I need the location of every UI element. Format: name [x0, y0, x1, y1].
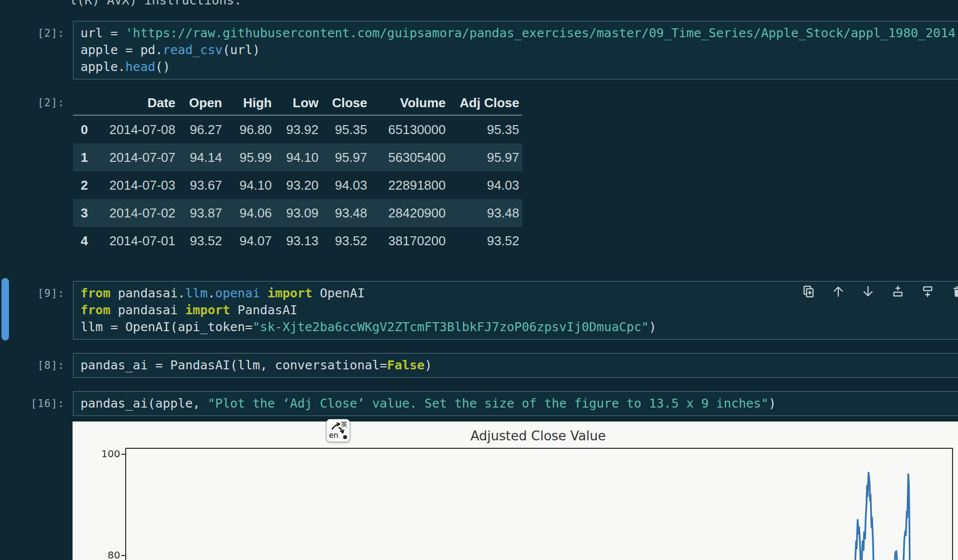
duplicate-cell-icon [802, 285, 815, 298]
move-cell-down-button[interactable] [861, 284, 875, 298]
column-header: Adj Close [449, 91, 522, 115]
column-header: Date [95, 91, 178, 115]
column-header: Low [275, 91, 321, 115]
table-cell: 94.03 [449, 171, 522, 199]
table-cell: 95.35 [449, 115, 522, 143]
table-cell: 96.27 [178, 115, 225, 143]
table-cell: 93.20 [275, 171, 321, 199]
table-cell: 94.03 [321, 171, 370, 199]
table-cell: 2014-07-01 [95, 227, 178, 255]
table-cell: 94.07 [225, 227, 275, 255]
table-row: 32014-07-0293.8794.0693.0993.48284209009… [73, 199, 522, 227]
table-header: DateOpenHighLowCloseVolumeAdj Close [73, 91, 522, 115]
code-editor[interactable]: url = 'https://raw.githubusercontent.com… [73, 21, 958, 79]
column-header: Volume [370, 91, 449, 115]
input-prompt: [9]: [0, 285, 73, 302]
output-prompt: [2]: [0, 94, 73, 111]
row-index: 1 [73, 143, 95, 171]
table-cell: 22891800 [370, 171, 449, 199]
table-cell: 94.10 [225, 171, 275, 199]
table-cell: 94.06 [225, 199, 275, 227]
input-prompt: [8]: [0, 357, 73, 374]
table-cell: 93.92 [275, 115, 321, 143]
table-cell: 38170200 [370, 227, 449, 255]
ime-language-switch-badge: 英 en [326, 419, 350, 442]
column-header: Close [321, 91, 370, 115]
table-cell: 93.87 [178, 199, 225, 227]
input-prompt: [2]: [0, 25, 73, 42]
table-cell: 93.48 [321, 199, 370, 227]
code-cell-2: [2]: url = 'https://raw.githubuserconten… [0, 21, 958, 79]
input-prompt: [16]: [0, 395, 73, 412]
ime-primary-lang-label: en [329, 431, 338, 440]
table-cell: 95.97 [321, 143, 370, 171]
code-line: pandas_ai(apple, "Plot the ‘Adj Close’ v… [80, 395, 958, 412]
column-header: High [225, 91, 275, 115]
table-row: 42014-07-0193.5294.0793.1393.52381702009… [73, 227, 522, 255]
move-cell-up-button[interactable] [831, 284, 845, 298]
plot-output-image: Adjusted Close Value 100 80 [73, 421, 958, 560]
arrow-up-icon [832, 285, 845, 298]
code-editor[interactable]: from pandasai.llm.openai import OpenAI f… [73, 281, 958, 340]
table-cell: 95.99 [225, 143, 275, 171]
table-cell: 93.52 [178, 227, 225, 255]
table-cell: 96.80 [225, 115, 275, 143]
insert-above-icon [891, 285, 904, 298]
arrow-down-icon [862, 285, 875, 298]
table-cell: 56305400 [370, 143, 449, 171]
table-row: 12014-07-0794.1495.9994.1095.97563054009… [73, 143, 522, 171]
code-cell-16: [16]: pandas_ai(apple, "Plot the ‘Adj Cl… [0, 391, 958, 416]
table-cell: 2014-07-07 [95, 143, 178, 171]
line-series-adj-close [855, 473, 910, 560]
delete-cell-button[interactable] [951, 284, 958, 298]
cell-hover-toolbar [801, 284, 958, 298]
insert-below-icon [921, 285, 934, 298]
table-cell: 93.67 [178, 171, 225, 199]
trash-icon [951, 285, 958, 298]
table-cell: 95.35 [321, 115, 370, 143]
table-cell: 2014-07-08 [95, 115, 178, 143]
code-cell-8: [8]: pandas_ai = PandasAI(llm, conversat… [0, 353, 958, 378]
table-cell: 93.48 [449, 199, 522, 227]
table-cell: 93.09 [275, 199, 321, 227]
code-cell-9: [9]: from pandasai.llm.openai import Ope… [0, 281, 958, 340]
row-index: 4 [73, 227, 95, 255]
table-cell: 2014-07-02 [95, 199, 178, 227]
row-index: 0 [73, 115, 95, 143]
column-header [73, 91, 95, 115]
row-index: 2 [73, 171, 95, 199]
insert-cell-above-button[interactable] [891, 284, 905, 298]
code-line: apple = pd.read_csv(url) [80, 42, 958, 59]
table-cell: 28420900 [370, 199, 449, 227]
table-cell: 95.97 [449, 143, 522, 171]
code-line: llm = OpenAI(api_token="sk-Xjte2ba6ccWKg… [80, 319, 958, 336]
table-cell: 94.10 [275, 143, 321, 171]
table-cell: 65130000 [370, 115, 449, 143]
dataframe-output-table: DateOpenHighLowCloseVolumeAdj Close 0201… [73, 91, 522, 255]
code-editor[interactable]: pandas_ai(apple, "Plot the ‘Adj Close’ v… [73, 391, 958, 416]
table-cell: 93.13 [275, 227, 321, 255]
table-cell: 94.14 [178, 143, 225, 171]
column-header: Open [178, 91, 225, 115]
duplicate-cell-button[interactable] [801, 284, 815, 298]
table-row: 22014-07-0393.6794.1093.2094.03228918009… [73, 171, 522, 199]
table-cell: 2014-07-03 [95, 171, 178, 199]
table-row: 02014-07-0896.2796.8093.9295.35651300009… [73, 115, 522, 143]
row-index: 3 [73, 199, 95, 227]
table-cell: 93.52 [321, 227, 370, 255]
code-line: url = 'https://raw.githubusercontent.com… [80, 25, 958, 42]
code-line: from pandasai import PandasAI [80, 302, 958, 319]
adj-close-line-plot [73, 421, 958, 560]
code-line: pandas_ai = PandasAI(llm, conversational… [80, 357, 958, 374]
code-editor[interactable]: pandas_ai = PandasAI(llm, conversational… [73, 353, 958, 378]
ime-secondary-lang-label: 英 [341, 420, 347, 429]
jupyterlab-notebook-viewport: l(R) AVX) instructions. [2]: url = 'http… [0, 0, 958, 560]
code-line: apple.head() [80, 59, 958, 75]
insert-cell-below-button[interactable] [921, 284, 935, 298]
table-cell: 93.52 [449, 227, 522, 255]
stderr-tail-text: l(R) AVX) instructions. [70, 0, 241, 9]
